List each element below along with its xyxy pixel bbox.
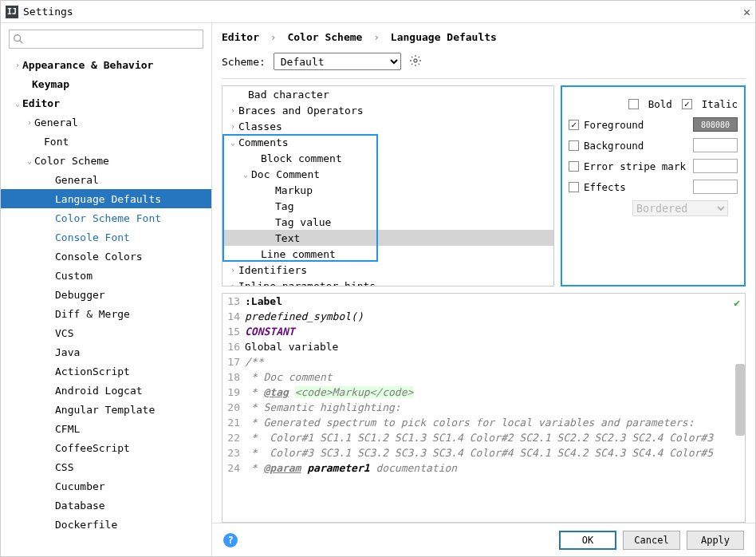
tree-item[interactable]: Android Logcat (1, 381, 211, 400)
attr-item[interactable]: ›Identifiers (222, 262, 553, 278)
tree-item[interactable]: ›Appearance & Behavior (1, 55, 211, 74)
svg-line-1 (20, 41, 23, 44)
italic-checkbox[interactable]: ✓ (682, 99, 692, 109)
bold-checkbox[interactable] (628, 99, 639, 109)
code-line: 17/** (222, 354, 745, 369)
tree-item[interactable]: Dockerfile (1, 515, 211, 534)
titlebar: IJ Settings ✕ (1, 1, 755, 23)
tree-item-label: Appearance & Behavior (22, 59, 153, 71)
code-line: 19 * @tag <code>Markup</code> (222, 385, 745, 400)
chevron-icon: ⌄ (13, 99, 22, 108)
attr-item[interactable]: Bad character (222, 86, 553, 102)
tree-item[interactable]: Cucumber (1, 476, 211, 496)
tree-item[interactable]: CSS (1, 457, 211, 476)
tree-item[interactable]: Database (1, 496, 211, 515)
tree-item[interactable]: ⌄Editor (1, 93, 211, 113)
attr-item[interactable]: Text (222, 230, 553, 246)
gear-icon[interactable] (409, 54, 422, 69)
attr-item[interactable]: ›Inline parameter hints (222, 278, 553, 286)
line-number: 20 (222, 400, 245, 415)
window-title: Settings (23, 6, 73, 18)
tree-item[interactable]: VCS (1, 323, 211, 342)
code-line: 20 * Semantic highlighting: (222, 400, 745, 415)
help-icon[interactable]: ? (223, 533, 238, 547)
tree-item[interactable]: ⌄Color Scheme (1, 151, 211, 170)
italic-label: Italic (702, 98, 738, 110)
chevron-icon: › (13, 61, 22, 69)
tree-item[interactable]: CoffeeScript (1, 438, 211, 457)
tree-item[interactable]: Language Defaults (1, 189, 211, 208)
code-line: 24 * @param parameter1 documentation (222, 460, 745, 476)
cancel-button[interactable]: Cancel (623, 531, 680, 550)
left-panel: ›Appearance & BehaviorKeymap⌄Editor›Gene… (1, 23, 212, 556)
tree-item[interactable]: Keymap (1, 74, 211, 93)
effects-type-select[interactable]: Bordered (632, 200, 728, 216)
properties-panel: Bold ✓ Italic ✓ Foreground 808080 Backgr… (561, 85, 746, 286)
tree-item[interactable]: Font (1, 132, 211, 151)
error-stripe-label: Error stripe mark (584, 160, 686, 172)
attr-item[interactable]: Markup (222, 182, 553, 198)
tree-item[interactable]: Diff & Merge (1, 304, 211, 323)
svg-point-0 (14, 35, 21, 41)
tree-item[interactable]: Angular Template (1, 400, 211, 419)
chevron-icon: ⌄ (240, 170, 251, 179)
tree-item-label: Android Logcat (55, 385, 143, 397)
tree-item[interactable]: Console Font (1, 227, 211, 247)
apply-button[interactable]: Apply (687, 531, 744, 550)
attr-item[interactable]: Tag (222, 198, 553, 214)
breadcrumb: Editor › Color Scheme › Language Default… (212, 23, 755, 49)
attr-item[interactable]: ›Classes (222, 118, 553, 134)
code-content: * Color#1 SC1.1 SC1.2 SC1.3 SC1.4 Color#… (245, 430, 745, 445)
close-icon[interactable]: ✕ (743, 5, 750, 19)
breadcrumb-b[interactable]: Color Scheme (287, 31, 362, 43)
check-icon: ✔ (734, 297, 740, 309)
foreground-swatch[interactable]: 808080 (693, 117, 738, 132)
tree-item-label: Console Font (55, 231, 130, 243)
search-input[interactable] (9, 30, 203, 49)
chevron-icon: ⌄ (25, 156, 34, 165)
line-number: 16 (222, 339, 245, 354)
tree-item[interactable]: ActionScript (1, 361, 211, 381)
tree-item[interactable]: ›General (1, 113, 211, 132)
attr-item[interactable]: ›Braces and Operators (222, 102, 553, 118)
effects-label: Effects (584, 181, 626, 193)
effects-swatch[interactable] (693, 180, 738, 194)
attr-item-label: Identifiers (238, 264, 307, 276)
search-field[interactable] (26, 34, 199, 45)
attr-item[interactable]: Line comment (222, 246, 553, 262)
tree-item[interactable]: Custom (1, 266, 211, 285)
breadcrumb-a[interactable]: Editor (222, 31, 259, 43)
background-swatch[interactable] (693, 138, 738, 152)
error-stripe-checkbox[interactable] (569, 161, 579, 172)
tree-item-label: Diff & Merge (55, 308, 130, 320)
error-stripe-swatch[interactable] (693, 159, 738, 173)
attributes-tree[interactable]: Bad character›Braces and Operators›Class… (222, 85, 554, 286)
chevron-icon: › (227, 106, 238, 115)
tree-item[interactable]: Console Colors (1, 247, 211, 266)
tree-item-label: VCS (55, 327, 73, 339)
attr-item-label: Text (275, 232, 300, 244)
foreground-checkbox[interactable]: ✓ (569, 120, 579, 130)
breadcrumb-c: Language Defaults (391, 31, 497, 43)
tree-item[interactable]: CFML (1, 419, 211, 438)
tree-item-label: Editor (22, 97, 60, 109)
attr-item[interactable]: ⌄Comments (222, 134, 553, 150)
scrollbar[interactable] (735, 364, 745, 436)
tree-item[interactable]: Debugger (1, 285, 211, 304)
app-icon: IJ (6, 6, 18, 18)
tree-item-label: Color Scheme (34, 155, 109, 167)
background-checkbox[interactable] (569, 140, 579, 151)
tree-item-label: Database (55, 500, 105, 512)
scheme-select[interactable]: Default (274, 53, 401, 70)
tree-item-label: Keymap (32, 78, 69, 90)
settings-tree[interactable]: ›Appearance & BehaviorKeymap⌄Editor›Gene… (1, 52, 211, 556)
tree-item[interactable]: Java (1, 342, 211, 361)
ok-button[interactable]: OK (559, 531, 616, 550)
tree-item-label: Font (44, 136, 69, 148)
tree-item[interactable]: Color Scheme Font (1, 208, 211, 227)
attr-item[interactable]: Tag value (222, 214, 553, 230)
effects-checkbox[interactable] (569, 182, 579, 192)
attr-item[interactable]: ⌄Doc Comment (222, 166, 553, 182)
tree-item[interactable]: General (1, 170, 211, 189)
attr-item[interactable]: Block comment (222, 150, 553, 166)
